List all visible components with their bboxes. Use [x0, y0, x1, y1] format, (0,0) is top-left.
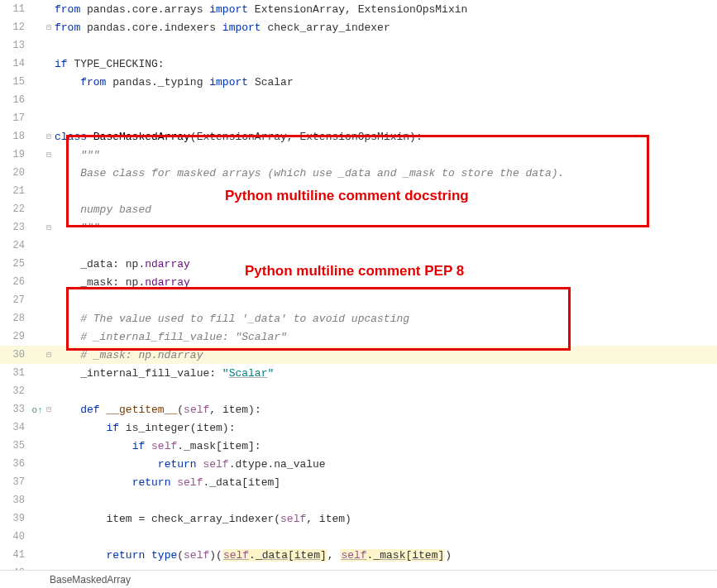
code-line[interactable]: _internal_fill_value: "Scalar"	[55, 367, 717, 380]
fold-gutter[interactable]: ⊟	[43, 150, 55, 160]
code-line[interactable]: item = check_array_indexer(self, item)	[55, 513, 717, 525]
code-area[interactable]: 11from pandas.core.arrays import Extensi…	[0, 0, 717, 570]
fold-gutter[interactable]: ⊟	[43, 404, 55, 414]
line-number: 27	[0, 294, 31, 306]
line-number: 19	[0, 149, 31, 160]
line-number: 40	[0, 531, 31, 543]
line-number: 12	[0, 22, 31, 33]
code-line[interactable]: _mask: np.ndarray	[55, 276, 717, 289]
line-number: 17	[0, 112, 31, 124]
code-line[interactable]: if self._mask[item]:	[55, 440, 717, 452]
line-number: 20	[0, 167, 31, 179]
code-line[interactable]: _data: np.ndarray	[55, 258, 717, 270]
breadcrumb-item[interactable]: BaseMaskedArray	[50, 574, 131, 586]
line-number: 39	[0, 513, 31, 524]
line-number: 24	[0, 240, 31, 251]
line-number: 21	[0, 185, 31, 197]
line-number: 16	[0, 94, 31, 106]
line-number: 18	[0, 131, 31, 142]
code-line[interactable]: """	[55, 149, 717, 161]
fold-gutter[interactable]: ⊟	[43, 131, 55, 141]
code-line[interactable]: """	[55, 222, 717, 234]
line-number: 42	[0, 567, 31, 570]
line-number: 35	[0, 440, 31, 452]
line-number: 32	[0, 385, 31, 397]
code-line[interactable]: return self.dtype.na_value	[55, 458, 717, 471]
code-editor: 11from pandas.core.arrays import Extensi…	[0, 0, 717, 588]
code-line[interactable]: if is_integer(item):	[55, 422, 717, 434]
line-number: 14	[0, 58, 31, 69]
line-number: 34	[0, 422, 31, 433]
line-number: 28	[0, 313, 31, 324]
code-line[interactable]: class BaseMaskedArray(ExtensionArray, Ex…	[55, 131, 717, 143]
line-number: 29	[0, 331, 31, 342]
line-number: 37	[0, 476, 31, 488]
line-number: 38	[0, 495, 31, 506]
code-line[interactable]: Base class for masked arrays (which use …	[55, 167, 717, 179]
breadcrumb[interactable]: BaseMaskedArray	[0, 570, 717, 588]
code-line[interactable]: from pandas._typing import Scalar	[55, 76, 717, 88]
line-number: 13	[0, 40, 31, 51]
code-line[interactable]: numpy based	[55, 203, 717, 216]
line-number: 36	[0, 458, 31, 470]
line-number: 26	[0, 276, 31, 288]
fold-gutter[interactable]: ⊟	[43, 350, 55, 360]
line-number: 41	[0, 549, 31, 561]
line-number: 22	[0, 203, 31, 215]
line-number: 11	[0, 3, 31, 15]
fold-gutter[interactable]: ⊟	[43, 222, 55, 232]
code-line[interactable]: # _mask: np.ndarray	[55, 349, 717, 361]
line-number: 33	[0, 404, 31, 415]
line-number: 23	[0, 222, 31, 233]
code-line[interactable]: return self._data[item]	[55, 476, 717, 489]
fold-gutter[interactable]: ⊟	[43, 22, 55, 32]
line-number: 25	[0, 258, 31, 270]
override-marker-icon[interactable]: o↑	[31, 404, 43, 416]
line-number: 31	[0, 367, 31, 379]
code-line[interactable]: from pandas.core.arrays import Extension…	[55, 3, 717, 16]
code-line[interactable]: if TYPE_CHECKING:	[55, 58, 717, 70]
code-line[interactable]: return type(self)(self._data[item], self…	[55, 549, 717, 562]
code-line[interactable]: # _internal_fill_value: "Scalar"	[55, 331, 717, 343]
code-line[interactable]: # The value used to fill '_data' to avoi…	[55, 313, 717, 325]
code-line[interactable]: def __getitem__(self, item):	[55, 404, 717, 416]
line-number: 30	[0, 349, 31, 361]
line-number: 15	[0, 76, 31, 88]
code-line[interactable]: from pandas.core.indexers import check_a…	[55, 22, 717, 34]
